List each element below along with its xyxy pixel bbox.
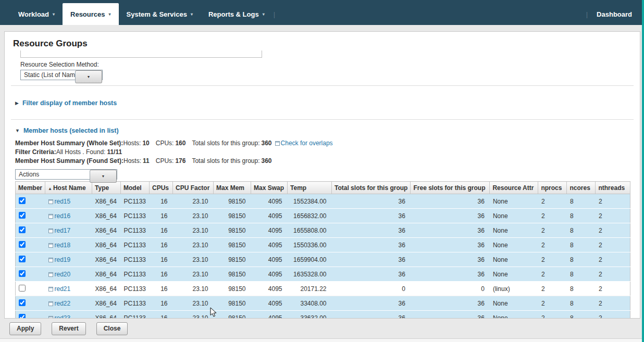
table-row[interactable]: red18X86_64PC11331623.109815040951550336… (16, 238, 630, 252)
column-header-free-slots-for-this-group[interactable]: Free slots for this group (411, 182, 490, 194)
apply-button[interactable]: Apply (9, 322, 41, 335)
table-row[interactable]: red23X86_64PC11331623.1098150409533632.0… (16, 311, 630, 319)
cell-member (16, 238, 45, 252)
host-window-icon (48, 287, 53, 292)
cell-resource_attr: None (490, 194, 538, 209)
window-edge (642, 0, 644, 342)
cell-model: PC1133 (121, 311, 150, 319)
selection-method-dropdown[interactable]: Static (List of Names) ▼ (20, 70, 103, 80)
host-link[interactable]: red21 (55, 285, 71, 293)
member-hosts-section-label: Member hosts (selected in list) (23, 127, 119, 134)
nav-tab-label: Resources (70, 10, 105, 18)
close-button[interactable]: Close (96, 322, 128, 335)
column-header-total-slots-for-this-group[interactable]: Total slots for this group (332, 182, 411, 194)
cell-free_slots: 36 (411, 209, 490, 223)
member-checkbox[interactable] (19, 285, 26, 292)
slots-value: 360 (262, 140, 272, 147)
member-checkbox[interactable] (19, 212, 26, 219)
cell-max_swap: 4095 (251, 252, 288, 267)
table-row[interactable]: red22X86_64PC11331623.1098150409533408.0… (16, 296, 630, 311)
host-link[interactable]: red16 (55, 212, 71, 220)
column-header-host-name[interactable]: ▲Host Name (45, 182, 92, 194)
cell-member (16, 267, 45, 282)
host-window-icon (48, 301, 53, 306)
table-row[interactable]: red21X86_64PC11331623.1098150409520171.2… (16, 282, 630, 296)
column-header-resource-attr[interactable]: Resource Attr (490, 182, 538, 194)
table-row[interactable]: red19X86_64PC11331623.109815040951659904… (16, 252, 630, 267)
nav-tab-system-services[interactable]: System & Services ▾ (119, 3, 201, 25)
filter-section-toggle[interactable]: ▶ Filter display of member hosts (5, 86, 640, 119)
host-link[interactable]: red23 (55, 314, 71, 319)
table-row[interactable]: red17X86_64PC11331623.109815040951655808… (16, 223, 630, 238)
top-navigation: Workload ▾ Resources ▾ System & Services… (0, 0, 644, 25)
cell-type: X86_64 (92, 209, 121, 223)
column-header-ncores[interactable]: ncores (567, 182, 596, 194)
resource-groups-panel: Resource Groups Resource Selection Metho… (4, 31, 640, 319)
table-row[interactable]: red16X86_64PC11331623.109815040951656832… (16, 209, 630, 223)
column-header-cpu-factor[interactable]: CPU Factor (173, 182, 214, 194)
cell-max_mem: 98150 (214, 209, 251, 223)
member-checkbox[interactable] (19, 226, 26, 233)
column-header-cpus[interactable]: CPUs (150, 182, 173, 194)
cell-free_slots: 36 (411, 194, 490, 209)
cell-host-name: red23 (45, 311, 92, 319)
member-checkbox[interactable] (19, 270, 26, 277)
host-window-icon (48, 258, 53, 262)
cell-temp: 1552384.00 (288, 194, 332, 209)
column-header-model[interactable]: Model (121, 182, 150, 194)
bottom-strip (0, 338, 642, 342)
member-checkbox[interactable] (19, 299, 26, 306)
description-field[interactable] (20, 50, 262, 58)
nav-tab-label: Reports & Logs (208, 10, 259, 18)
cell-temp: 33408.00 (288, 296, 332, 311)
column-header-type[interactable]: Type (92, 182, 121, 194)
host-link[interactable]: red18 (55, 242, 71, 249)
cell-cpu_factor: 23.10 (173, 282, 214, 296)
host-link[interactable]: red19 (55, 256, 71, 263)
nav-tab-workload[interactable]: Workload ▾ (10, 3, 63, 25)
column-header-max-mem[interactable]: Max Mem (214, 182, 251, 194)
member-hosts-section-toggle[interactable]: ▼ Member hosts (selected in list) (5, 120, 640, 134)
cell-member (16, 223, 45, 238)
chevron-down-icon: ▾ (53, 12, 55, 17)
nav-tab-dashboard[interactable]: Dashboard (589, 3, 640, 25)
host-link[interactable]: red17 (55, 227, 71, 234)
cell-temp: 1635328.00 (288, 267, 332, 282)
member-checkbox[interactable] (19, 314, 26, 319)
member-checkbox[interactable] (19, 241, 26, 248)
member-checkbox[interactable] (19, 256, 26, 262)
cpus-label: CPUs: (156, 157, 174, 164)
table-row[interactable]: red15X86_64PC11331623.109815040951552384… (16, 194, 630, 209)
nav-tab-resources[interactable]: Resources ▾ (63, 3, 119, 25)
nav-tab-reports-logs[interactable]: Reports & Logs ▾ (201, 3, 273, 25)
column-header-nthreads[interactable]: nthreads (596, 182, 630, 194)
cell-free_slots: 36 (411, 238, 490, 252)
cell-total_slots: 0 (332, 282, 411, 296)
cell-total_slots: 36 (332, 252, 411, 267)
column-header-nprocs[interactable]: nprocs (538, 182, 567, 194)
cell-max_mem: 98150 (214, 238, 251, 252)
table-row[interactable]: red20X86_64PC11331623.109815040951635328… (16, 267, 630, 282)
actions-dropdown[interactable]: Actions ▼ (15, 169, 117, 180)
cell-max_swap: 4095 (251, 267, 288, 282)
column-header-temp[interactable]: Temp (288, 182, 332, 194)
cell-type: X86_64 (92, 282, 121, 296)
cell-max_swap: 4095 (251, 238, 288, 252)
table-header-row: Member▲Host NameTypeModelCPUsCPU FactorM… (16, 182, 630, 194)
revert-button[interactable]: Revert (52, 322, 85, 335)
check-overlaps-link[interactable]: Check for overlaps (281, 140, 333, 147)
cell-nthreads: 2 (596, 267, 630, 282)
cell-host-name: red17 (45, 223, 92, 238)
member-checkbox[interactable] (19, 197, 26, 204)
host-link[interactable]: red20 (55, 271, 71, 278)
column-header-max-swap[interactable]: Max Swap (251, 182, 288, 194)
column-header-member[interactable]: Member (16, 182, 45, 194)
cell-cpus: 16 (150, 209, 173, 223)
cell-nthreads: 2 (596, 311, 630, 319)
cell-max_mem: 98150 (214, 252, 251, 267)
host-link[interactable]: red15 (55, 198, 71, 205)
cell-cpus: 16 (150, 311, 173, 319)
cell-nthreads: 2 (596, 223, 630, 238)
host-link[interactable]: red22 (55, 300, 71, 307)
cell-model: PC1133 (121, 223, 150, 238)
